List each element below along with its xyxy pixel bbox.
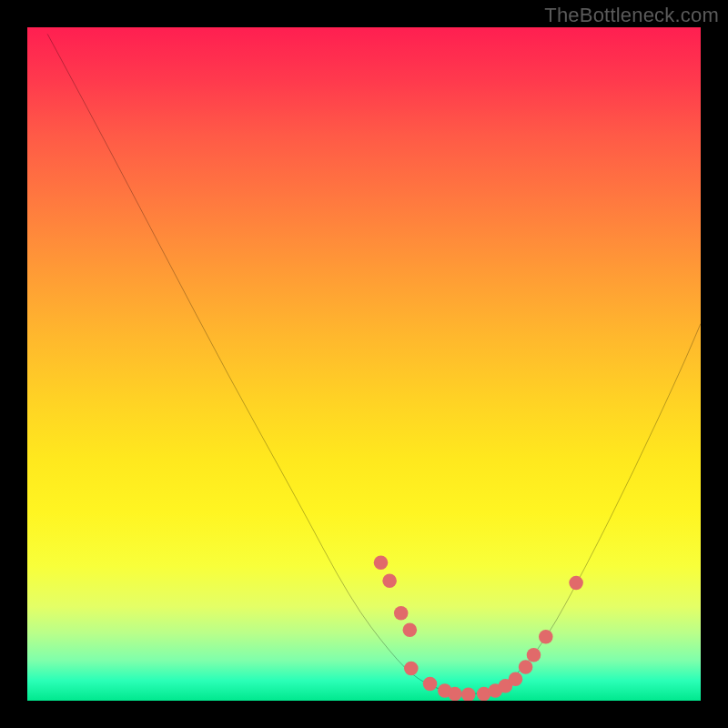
data-point [461, 688, 476, 701]
data-point [448, 687, 462, 701]
watermark-text: TheBottleneck.com [544, 4, 719, 27]
chart-frame: TheBottleneck.com [0, 0, 728, 728]
data-point [404, 662, 419, 676]
data-point [382, 574, 397, 589]
data-point [519, 660, 533, 674]
data-point [403, 623, 418, 638]
data-point [527, 648, 541, 662]
data-point [394, 606, 409, 621]
bottleneck-curve [47, 34, 701, 693]
data-point [509, 672, 523, 687]
data-point [423, 677, 438, 692]
curve-layer [27, 27, 701, 701]
data-point [374, 556, 389, 571]
data-point [539, 630, 553, 644]
data-points [374, 556, 583, 701]
plot-area [27, 27, 701, 701]
data-point [569, 576, 583, 591]
